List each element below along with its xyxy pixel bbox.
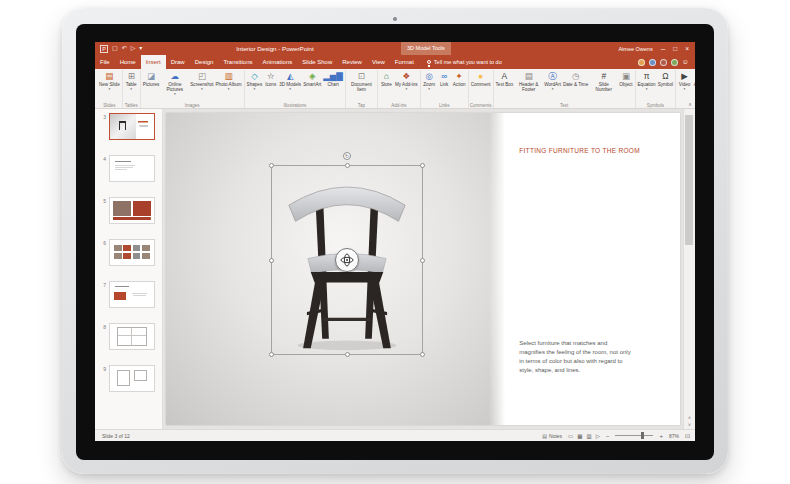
vertical-scrollbar[interactable]: ∧ ∨ (683, 109, 695, 429)
save-button[interactable]: ▢ (112, 45, 118, 52)
selection-handle[interactable] (420, 352, 425, 357)
selection-handle[interactable] (345, 163, 350, 168)
slide-thumbnail-5[interactable] (109, 197, 155, 224)
3d-models-button[interactable]: ◭3D Models▾ (278, 70, 302, 91)
restore-button[interactable]: □ (673, 42, 677, 55)
next-slide-button[interactable]: ∨ (688, 422, 691, 427)
ribbon-group-buttons: πEquation▾ΩSymbol (637, 70, 674, 102)
video-button[interactable]: ▶Video▾ (677, 70, 692, 91)
tab-slide-show[interactable]: Slide Show (297, 55, 337, 69)
icons-button[interactable]: ☆Icons (263, 70, 278, 87)
selection-handle[interactable] (420, 258, 425, 263)
slide-number: 6 (95, 239, 106, 246)
slide-thumbnail-8[interactable] (109, 323, 155, 350)
undo-button[interactable]: ↶ (122, 45, 127, 52)
3d-rotate-control[interactable] (335, 248, 359, 272)
comment-button[interactable]: ●Comment (470, 70, 492, 87)
normal-view-button[interactable]: ▭ (568, 433, 573, 439)
text-box-button[interactable]: AText Box (495, 70, 515, 87)
tab-review[interactable]: Review (337, 55, 367, 69)
slide-thumbnail-6[interactable] (109, 239, 155, 266)
selection-handle[interactable] (420, 163, 425, 168)
minimize-button[interactable]: ─ (661, 42, 666, 55)
slideshow-button[interactable]: ▷ (596, 433, 600, 439)
zoom-out-button[interactable]: − (606, 433, 610, 439)
pictures-button[interactable]: ◪Pictures (142, 70, 161, 87)
notes-button[interactable]: ▤ Notes (542, 433, 562, 439)
photo-album-button[interactable]: ▥Photo Album▾ (215, 70, 243, 91)
zoom-percent[interactable]: 87% (669, 433, 679, 439)
tab-file[interactable]: File (95, 55, 115, 69)
smartart-button[interactable]: ◈SmartArt (302, 70, 322, 87)
audio-button[interactable]: ♪Audio▾ (692, 70, 695, 91)
ribbon-group-label: Comments (470, 102, 492, 109)
previous-slide-button[interactable]: ∧ (688, 415, 691, 420)
object-button[interactable]: ▣Object (618, 70, 633, 87)
zoom-button[interactable]: ◎Zoom▾ (422, 70, 437, 91)
zoom-slider-thumb[interactable] (641, 432, 644, 439)
slide-thumbnail-3[interactable] (109, 113, 155, 140)
slide-title[interactable]: FITTING FURNITURE TO THE ROOM (519, 147, 664, 154)
document-item-button[interactable]: ⊡Document Item (347, 70, 376, 92)
symbol-button[interactable]: ΩSymbol (657, 70, 674, 87)
ribbon-group-slides: ▤New Slide▾Slides (97, 70, 123, 109)
slide-body-text[interactable]: Select furniture that matches and magnif… (519, 339, 631, 375)
start-presentation-button[interactable]: ▷ (131, 45, 136, 52)
coauthor-avatar-2[interactable] (649, 59, 656, 66)
tab-insert[interactable]: Insert (141, 55, 166, 69)
3d-model-selection[interactable]: ↻ (271, 165, 423, 355)
smiley-feedback-icon[interactable]: ☺ (682, 58, 689, 66)
header-footer-button[interactable]: ▤Header & Footer (514, 70, 543, 92)
rotate-handle[interactable]: ↻ (343, 152, 351, 160)
date-time-button[interactable]: ◷Date & Time (562, 70, 589, 87)
collapse-ribbon-icon[interactable]: ∧ (688, 101, 692, 107)
slide-sorter-button[interactable]: ▦ (577, 433, 582, 439)
close-button[interactable]: × (685, 42, 689, 55)
tab-draw[interactable]: Draw (166, 55, 190, 69)
signed-in-user[interactable]: Aimee Owens (618, 46, 652, 52)
selection-handle[interactable] (269, 258, 274, 263)
ribbon-group-buttons: ▶Video▾♪Audio▾◉Screen Recording (677, 70, 695, 102)
link-button[interactable]: ∞Link (437, 70, 452, 87)
customize-qat-button[interactable]: ▾ (139, 45, 142, 52)
tab-view[interactable]: View (367, 55, 390, 69)
my-add-ins-button[interactable]: ❖My Add-ins▾ (394, 70, 419, 91)
coauthor-avatar-1[interactable] (638, 59, 645, 66)
equation-button[interactable]: πEquation▾ (637, 70, 657, 91)
slide-number: 7 (95, 281, 106, 288)
shapes-button[interactable]: ◇Shapes▾ (246, 70, 264, 91)
ribbon-group-comments: ●CommentComments (469, 70, 494, 109)
new-slide-button[interactable]: ▤New Slide▾ (98, 70, 121, 91)
reading-view-button[interactable]: ▥ (586, 433, 591, 439)
tab-animations[interactable]: Animations (258, 55, 298, 69)
action-button[interactable]: ✦Action (452, 70, 467, 87)
tab-format[interactable]: Format (390, 55, 419, 69)
slide-thumbnail-9[interactable] (109, 365, 155, 392)
slide-thumbnail-7[interactable] (109, 281, 155, 308)
chart-button[interactable]: ▂▅▇Chart (322, 70, 344, 87)
notes-label: Notes (549, 433, 562, 439)
tell-me-search[interactable]: Tell me what you want to do (427, 55, 502, 69)
selection-handle[interactable] (345, 352, 350, 357)
tab-home[interactable]: Home (115, 55, 141, 69)
online-pictures-button[interactable]: ☁Online Pictures▾ (160, 70, 189, 96)
zoom-slider[interactable] (615, 435, 653, 436)
coauthor-avatar-4[interactable] (671, 59, 678, 66)
presence-area: ☺ (638, 55, 695, 69)
contextual-tab-group-header[interactable]: 3D Model Tools (401, 42, 451, 55)
selection-handle[interactable] (269, 352, 274, 357)
table-button[interactable]: ⊞Table▾ (124, 70, 139, 91)
fit-to-window-button[interactable]: ⊡ (685, 432, 690, 439)
slide-number: 9 (95, 365, 106, 372)
coauthor-avatar-3[interactable] (660, 59, 667, 66)
zoom-in-button[interactable]: + (659, 433, 663, 439)
slide-number-button[interactable]: #Slide Number (589, 70, 618, 92)
selection-handle[interactable] (269, 163, 274, 168)
screenshot-button[interactable]: ◰Screenshot▾ (189, 70, 214, 91)
tab-transitions[interactable]: Transitions (218, 55, 257, 69)
store-button[interactable]: ⌂Store (379, 70, 394, 87)
tab-design[interactable]: Design (190, 55, 219, 69)
slide-thumbnail-4[interactable] (109, 155, 155, 182)
wordart-button[interactable]: ⒶWordArt▾ (543, 70, 562, 91)
scrollbar-thumb[interactable] (685, 115, 693, 245)
